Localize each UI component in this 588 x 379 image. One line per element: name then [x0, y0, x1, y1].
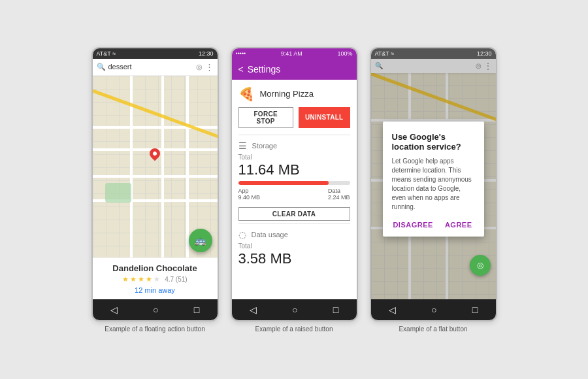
- phone1-time: 12:30: [199, 50, 214, 57]
- app-icon: 🍕: [238, 86, 255, 102]
- phone1-location-icon: ◎: [196, 63, 203, 71]
- clear-data-button[interactable]: CLEAR DATA: [238, 207, 350, 221]
- home-nav-icon[interactable]: ○: [153, 305, 158, 315]
- phone1-search-text: dessert: [108, 63, 193, 71]
- dialog-title: Use Google's location service?: [392, 132, 475, 152]
- phone1-carrier: AT&T ≈: [97, 50, 116, 57]
- dialog-body: Let Google help apps determine location.…: [392, 157, 475, 212]
- rating-value: [161, 276, 163, 283]
- storage-label: Storage: [252, 142, 278, 150]
- storage-detail: App 9.40 MB Data 2.24 MB: [232, 188, 357, 205]
- back-nav-icon2[interactable]: ◁: [250, 305, 257, 315]
- phone1-map: 🚌: [93, 76, 218, 257]
- star2: ★: [130, 275, 137, 284]
- back-nav-icon3[interactable]: ◁: [389, 305, 396, 315]
- app-row: 🍕 Morning Pizza: [232, 80, 357, 107]
- data-usage-label: Data usage: [252, 231, 288, 239]
- stars-row: ★ ★ ★ ★ ★ 4.7 (51): [99, 275, 211, 284]
- phone1-search-icon: 🔍: [97, 63, 106, 71]
- recents-nav-icon3[interactable]: □: [472, 305, 478, 315]
- road-v3: [186, 76, 189, 257]
- storage-total-label: Total: [232, 154, 357, 161]
- phone1-search-bar[interactable]: 🔍 dessert ◎ ⋮: [93, 59, 218, 76]
- phone2-wrapper: ••••• 9:41 AM 100% < Settings 🍕 Morning …: [231, 47, 358, 333]
- road-h3: [93, 175, 218, 178]
- phone3-nav-bar: ◁ ○ □: [371, 299, 496, 320]
- star1: ★: [122, 275, 129, 284]
- app-name: Morning Pizza: [260, 89, 314, 99]
- phone3-caption: Example of a flat button: [399, 325, 467, 333]
- star5: ★: [154, 275, 160, 284]
- settings-header: < Settings: [232, 59, 357, 80]
- phone2-battery: 100%: [337, 50, 352, 57]
- phone3-fab[interactable]: ◎: [470, 255, 491, 276]
- dialog-box: Use Google's location service? Let Googl…: [383, 122, 484, 237]
- phone1-wrapper: AT&T ≈ 12:30 🔍 dessert ◎ ⋮: [91, 47, 219, 333]
- phone1-caption: Example of a floating action button: [105, 325, 204, 333]
- home-nav-icon3[interactable]: ○: [431, 305, 436, 315]
- main-container: AT&T ≈ 12:30 🔍 dessert ◎ ⋮: [78, 34, 510, 346]
- place-name: Dandelion Chocolate: [99, 263, 211, 273]
- recents-nav-icon[interactable]: □: [194, 305, 199, 315]
- phone3-map: 🔍 ◎ ⋮ Use Google's location service? Let…: [371, 59, 496, 299]
- phone3-status-bar: AT&T ≈ 12:30: [371, 48, 496, 59]
- phone3-fab-icon: ◎: [477, 261, 483, 270]
- road-v2: [161, 76, 164, 257]
- recents-nav-icon2[interactable]: □: [333, 305, 338, 315]
- phone1-status-bar: AT&T ≈ 12:30: [93, 48, 218, 59]
- app-label: App: [238, 188, 261, 194]
- phone3-time: 12:30: [477, 50, 492, 57]
- time-away: 12 min away: [99, 286, 211, 294]
- dialog-actions: DISAGREE AGREE: [392, 220, 475, 230]
- phone1-more-icon[interactable]: ⋮: [205, 62, 214, 72]
- settings-title: Settings: [248, 64, 281, 74]
- star3: ★: [138, 275, 144, 284]
- park-area: [105, 183, 131, 203]
- app-size: 9.40 MB: [238, 194, 261, 201]
- data-size-detail: Data 2.24 MB: [328, 188, 350, 201]
- storage-fill: [238, 181, 329, 185]
- phone3-wrapper: AT&T ≈ 12:30 🔍 ◎ ⋮: [370, 47, 497, 333]
- phone1-nav-bar: ◁ ○ □: [93, 299, 218, 320]
- data-size: 2.24 MB: [328, 194, 350, 201]
- home-nav-icon2[interactable]: ○: [292, 305, 297, 315]
- storage-icon: ☰: [238, 140, 247, 151]
- uninstall-button[interactable]: UNINSTALL: [299, 107, 350, 128]
- phone2-nav-bar: ◁ ○ □: [232, 299, 357, 320]
- storage-section-row: ☰ Storage: [232, 135, 357, 154]
- pin-head: [148, 146, 163, 161]
- phone2-caption: Example of a raised button: [255, 325, 333, 333]
- disagree-button[interactable]: DISAGREE: [390, 220, 435, 230]
- phone2-time: 9:41 AM: [281, 50, 302, 57]
- fab-icon: 🚌: [195, 235, 206, 246]
- pin-dot: [152, 150, 157, 156]
- btn-row: FORCE STOP UNINSTALL: [232, 107, 357, 135]
- force-stop-button[interactable]: FORCE STOP: [238, 107, 293, 128]
- data-label: Data: [328, 188, 350, 194]
- data-usage-total-size: 3.58 MB: [232, 250, 357, 270]
- phone2-status-bar: ••••• 9:41 AM 100%: [232, 48, 357, 59]
- phone2-dots: •••••: [236, 50, 246, 57]
- storage-total-size: 11.64 MB: [232, 161, 357, 181]
- map-pin: [150, 148, 160, 161]
- back-nav-icon[interactable]: ◁: [110, 305, 118, 315]
- data-usage-total-label: Total: [232, 242, 357, 250]
- storage-bar: [238, 181, 350, 185]
- fab-button[interactable]: 🚌: [189, 229, 212, 252]
- place-card: Dandelion Chocolate ★ ★ ★ ★ ★ 4.7 (51) 1…: [93, 257, 218, 299]
- phone2: ••••• 9:41 AM 100% < Settings 🍕 Morning …: [231, 47, 358, 321]
- phone3: AT&T ≈ 12:30 🔍 ◎ ⋮: [370, 47, 497, 321]
- data-usage-section-row: ◌ Data usage: [232, 224, 357, 242]
- back-button[interactable]: <: [238, 64, 244, 74]
- phone1: AT&T ≈ 12:30 🔍 dessert ◎ ⋮: [91, 47, 219, 321]
- star4: ★: [146, 275, 152, 284]
- phone3-carrier: AT&T ≈: [375, 50, 395, 57]
- phone1-status-icons: 12:30: [199, 50, 214, 57]
- agree-button[interactable]: AGREE: [442, 220, 475, 230]
- data-usage-icon: ◌: [238, 229, 246, 240]
- app-size-detail: App 9.40 MB: [238, 188, 261, 201]
- rating-text: 4.7 (51): [165, 276, 187, 283]
